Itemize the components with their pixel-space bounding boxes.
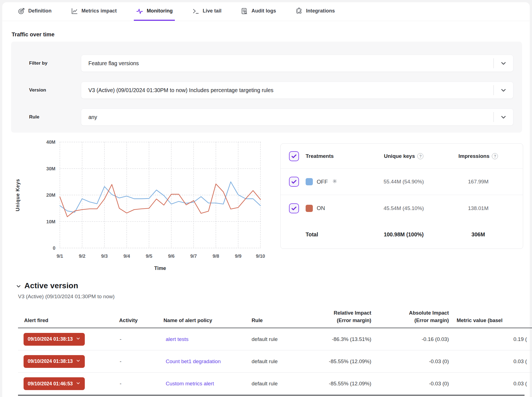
active-version-header[interactable]: Active version — [16, 281, 78, 290]
default-treatment-icon — [332, 178, 338, 186]
treatments-select-all-checkbox[interactable] — [289, 151, 299, 161]
chevron-down-icon — [76, 336, 81, 342]
series-color-swatch — [306, 178, 313, 185]
alert-rule: default rule — [252, 358, 278, 365]
alerts-column-header-4: Relative Impact (Error margin) — [288, 309, 371, 325]
x-axis-title: Time — [154, 265, 166, 271]
alert-fired-timestamp: 09/10/2024 01:46:53 — [28, 381, 73, 387]
treatment-checkbox-on[interactable] — [289, 203, 299, 213]
alert-fired-button[interactable]: 09/10/2024 01:38:13 — [24, 333, 85, 346]
select-value: V3 (Active) (09/01/2024 01:30PM to now) … — [88, 87, 493, 93]
tab-monitoring[interactable]: Monitoring — [134, 2, 175, 21]
impressions-column-header: Impressions — [459, 153, 490, 159]
series-on-line — [60, 184, 260, 217]
table-bottom-scrollbar[interactable] — [18, 395, 525, 396]
treatment-unique-keys: 45.54M (45.10%) — [368, 205, 440, 211]
tab-live-tail[interactable]: Live tail — [190, 2, 224, 21]
select-divider — [493, 58, 494, 68]
tab-integrations[interactable]: Integrations — [293, 2, 337, 21]
traffic-over-time-chart: 010M20M30M40M9/19/29/39/49/59/69/79/89/9… — [0, 139, 277, 277]
total-label: Total — [306, 231, 361, 238]
alerts-column-header-2: Name of alert policy — [163, 317, 212, 324]
alert-fired-button[interactable]: 09/10/2024 01:46:53 — [24, 377, 85, 390]
rule-select[interactable]: any — [81, 108, 513, 126]
chevron-down-icon — [500, 60, 507, 67]
alert-row: 09/10/2024 01:46:53 - Custom metrics ale… — [18, 373, 532, 395]
terminal-icon — [192, 7, 199, 15]
alert-absolute-impact: -0.03 (0) — [377, 381, 449, 387]
y-tick-label: 30M — [46, 166, 55, 171]
tab-bar: Definition Metrics impact Monitoring Liv… — [2, 2, 530, 21]
tab-definition[interactable]: Definition — [16, 2, 54, 21]
alert-fired-button[interactable]: 09/10/2024 01:38:13 — [24, 355, 85, 368]
active-version-subtitle: V3 (Active) (09/10/2024 01:30PM to now) — [18, 294, 115, 300]
treatment-name: ON — [317, 205, 325, 211]
treatments-column-header: Treatments — [306, 153, 361, 159]
alert-activity: - — [120, 358, 121, 365]
alert-relative-impact: -85.55% (12.09%) — [288, 381, 371, 387]
filter-row: Rule any — [11, 108, 522, 126]
filter-row: Filter by Feature flag versions — [11, 55, 522, 72]
x-tick-label: 9/3 — [101, 254, 108, 259]
unique-keys-column-header: Unique keys — [384, 153, 415, 159]
page-title: Traffic over time — [12, 31, 55, 38]
alert-row: 09/10/2024 01:38:13 - alert tests defaul… — [18, 328, 532, 350]
select-value: any — [88, 114, 493, 120]
alert-relative-impact: -86.3% (13.51%) — [288, 336, 371, 342]
x-tick-label: 9/1 — [57, 254, 63, 259]
alerts-column-header-0: Alert fired — [24, 317, 48, 324]
target-icon — [18, 7, 25, 15]
version-select[interactable]: V3 (Active) (09/01/2024 01:30PM to now) … — [81, 82, 513, 99]
filter-label-rule: Rule — [29, 114, 39, 120]
treatment-row-off: OFF 55.44M (54.90%) 167.99M — [281, 169, 523, 195]
alert-relative-impact: -85.55% (12.09%) — [288, 358, 371, 365]
x-tick-label: 9/7 — [190, 254, 197, 259]
chevron-down-icon — [500, 87, 507, 94]
alert-metric-value: 0.03 ( — [513, 381, 527, 387]
alert-activity: - — [120, 336, 121, 342]
alerts-column-header-3: Rule — [252, 317, 263, 324]
help-icon[interactable]: ? — [492, 153, 498, 159]
alert-policy-link[interactable]: Custom metrics alert — [166, 381, 214, 386]
filter-panel: Filter by Feature flag versions Version … — [11, 42, 522, 133]
x-tick-label: 9/6 — [168, 254, 175, 259]
alert-policy-link[interactable]: alert tests — [166, 336, 188, 342]
chevron-down-icon — [76, 381, 81, 387]
chevron-down-icon — [76, 358, 81, 365]
total-unique-keys: 100.98M (100%) — [368, 231, 440, 238]
filter-label-version: Version — [29, 87, 46, 93]
alert-rule: default rule — [252, 381, 278, 387]
treatment-unique-keys: 55.44M (54.90%) — [368, 179, 440, 185]
select-divider — [493, 85, 494, 95]
tab-label: Metrics impact — [81, 8, 117, 14]
filter-by-select[interactable]: Feature flag versions — [81, 55, 513, 72]
y-tick-label: 20M — [46, 193, 55, 198]
tab-metrics-impact[interactable]: Metrics impact — [69, 2, 119, 21]
x-tick-label: 9/4 — [124, 254, 130, 259]
total-impressions: 306M — [446, 231, 510, 238]
tab-label: Audit logs — [251, 8, 276, 14]
alert-absolute-impact: -0.03 (0) — [377, 358, 449, 365]
treatment-row-on: ON 45.54M (45.10%) 138.01M — [281, 195, 523, 221]
filter-row: Version V3 (Active) (09/01/2024 01:30PM … — [11, 82, 522, 99]
tab-audit-logs[interactable]: Audit logs — [239, 2, 278, 21]
y-tick-label: 0 — [53, 246, 55, 251]
chevron-down-icon — [16, 283, 22, 289]
chevron-down-icon — [500, 113, 507, 121]
treatment-checkbox-off[interactable] — [289, 177, 299, 187]
treatments-header-row: Treatments Unique keys ? Impressions ? — [281, 144, 523, 169]
help-icon[interactable]: ? — [417, 153, 423, 159]
y-tick-label: 40M — [46, 140, 55, 145]
y-tick-label: 10M — [46, 219, 55, 224]
alerts-table: Alert firedActivityName of alert policyR… — [18, 304, 532, 395]
alert-policy-link[interactable]: Count bet1 degradation — [166, 358, 221, 364]
treatments-card: Treatments Unique keys ? Impressions ? O… — [280, 143, 523, 249]
active-version-title: Active version — [24, 281, 78, 290]
alerts-column-header-6: Metric value (basel — [457, 317, 503, 324]
alerts-table-header-row: Alert firedActivityName of alert policyR… — [18, 304, 532, 328]
alert-fired-timestamp: 09/10/2024 01:38:13 — [28, 358, 73, 364]
y-axis-title: Unique Keys — [15, 179, 21, 211]
x-tick-label: 9/8 — [213, 254, 219, 259]
treatments-total-row: Total 100.98M (100%) 306M — [281, 221, 523, 248]
treatment-impressions: 167.99M — [446, 179, 510, 185]
